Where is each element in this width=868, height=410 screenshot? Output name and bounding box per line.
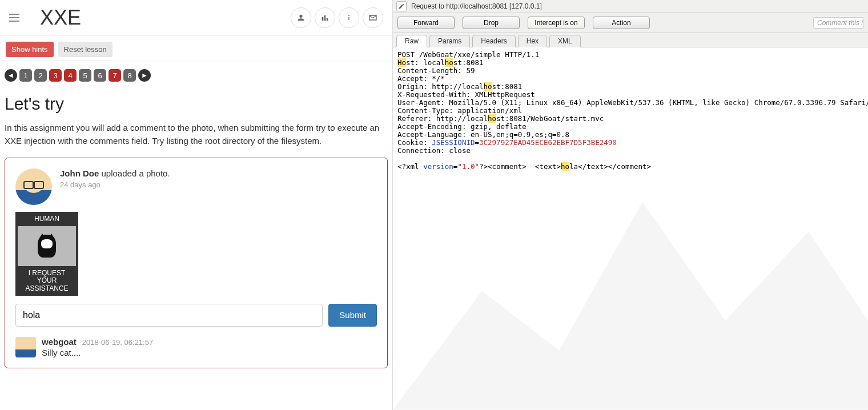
tab-xml[interactable]: XML xyxy=(549,35,581,47)
lesson-paragraph: In this assignment you will add a commen… xyxy=(5,122,388,147)
avatar xyxy=(15,168,52,205)
assignment-card: John Doe uploaded a photo. 24 days ago H… xyxy=(5,158,388,368)
prev-page-icon[interactable]: ◄ xyxy=(5,69,17,82)
next-page-icon[interactable]: ► xyxy=(138,69,151,82)
lesson-heading: Let's try xyxy=(5,94,388,114)
tab-headers[interactable]: Headers xyxy=(472,35,515,47)
request-target-label: Request to http://localhost:8081 [127.0.… xyxy=(411,2,542,10)
page-6[interactable]: 6 xyxy=(94,69,106,82)
reply-time: 2018-06-19, 06:21:57 xyxy=(82,338,153,347)
meme-top-text: HUMAN xyxy=(18,215,76,223)
comment-input[interactable] xyxy=(15,304,323,327)
tab-params[interactable]: Params xyxy=(429,35,470,47)
reply-text: Silly cat.... xyxy=(42,348,153,357)
svg-rect-2 xyxy=(327,18,328,21)
post-time: 24 days ago xyxy=(60,180,377,189)
svg-rect-1 xyxy=(324,15,326,21)
edit-icon[interactable] xyxy=(396,1,407,11)
tab-hex[interactable]: Hex xyxy=(518,35,547,47)
info-button[interactable] xyxy=(339,7,359,28)
page-title: XXE xyxy=(40,6,287,30)
page-5[interactable]: 5 xyxy=(79,69,91,82)
page-navigator: ◄ 1 2 3 4 5 6 7 8 ► xyxy=(0,61,392,85)
page-2[interactable]: 2 xyxy=(34,69,47,82)
uploaded-photo: HUMAN I REQUEST YOUR ASSISTANCE xyxy=(15,212,78,296)
forward-button[interactable]: Forward xyxy=(397,17,455,29)
svg-rect-0 xyxy=(322,17,324,21)
reply-author: webgoat xyxy=(42,337,77,347)
meme-bottom-text: I REQUEST YOUR ASSISTANCE xyxy=(18,270,76,292)
report-button[interactable] xyxy=(315,7,335,28)
post-action-text: uploaded a photo. xyxy=(99,168,170,178)
post-author: John Doe xyxy=(60,168,99,178)
user-menu-button[interactable] xyxy=(291,7,311,28)
submit-button[interactable]: Submit xyxy=(328,304,377,327)
action-button[interactable]: Action xyxy=(593,17,650,29)
page-3[interactable]: 3 xyxy=(49,69,62,82)
reset-lesson-button[interactable]: Reset lesson xyxy=(58,42,112,57)
svg-point-3 xyxy=(348,15,349,16)
page-8[interactable]: 8 xyxy=(123,69,136,82)
intercept-toggle-button[interactable]: Intercept is on xyxy=(528,17,585,29)
page-1[interactable]: 1 xyxy=(19,69,32,82)
page-7[interactable]: 7 xyxy=(108,69,121,82)
request-view-tabs: Raw Params Headers Hex XML xyxy=(393,33,868,47)
show-hints-button[interactable]: Show hints xyxy=(6,42,54,57)
raw-request-editor[interactable]: POST /WebGoat/xxe/simple HTTP/1.1 Host: … xyxy=(393,47,868,406)
comment-field[interactable]: Comment this it xyxy=(813,17,863,29)
drop-button[interactable]: Drop xyxy=(463,17,520,29)
mail-button[interactable] xyxy=(363,7,383,28)
hamburger-menu-icon[interactable] xyxy=(9,11,23,25)
svg-rect-4 xyxy=(348,17,349,20)
page-4[interactable]: 4 xyxy=(64,69,77,82)
tab-raw[interactable]: Raw xyxy=(396,35,427,47)
avatar xyxy=(15,337,36,357)
